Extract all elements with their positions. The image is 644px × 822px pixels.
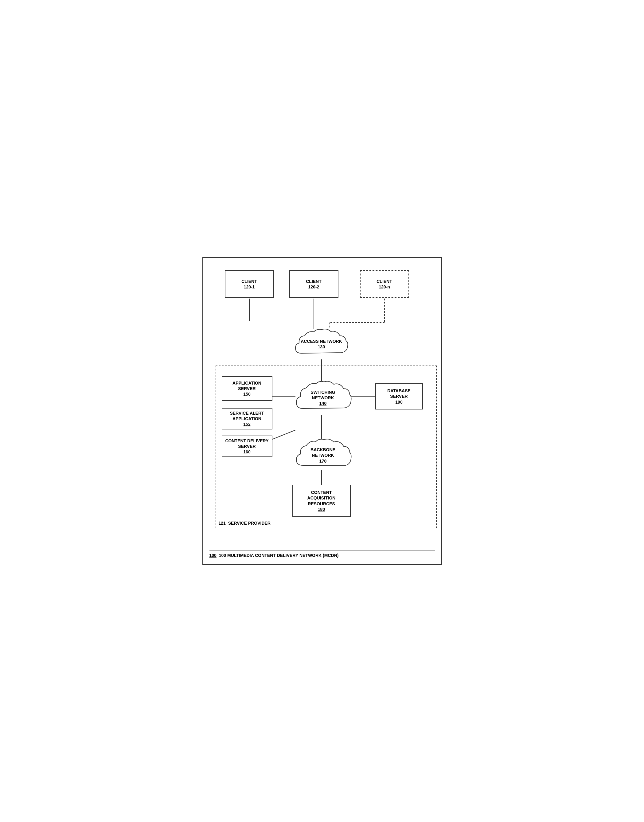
access-network-id: 130 <box>301 344 342 350</box>
access-network-cloud: ACCESS NETWORK 130 <box>292 327 351 361</box>
sp-id: 121 <box>219 521 226 526</box>
switching-network-text: SWITCHINGNETWORK 140 <box>310 390 335 406</box>
client2-id: 120-2 <box>308 284 319 290</box>
client-2-box: CLIENT 120-2 <box>289 270 339 298</box>
database-server-box: DATABASESERVER 190 <box>375 383 423 409</box>
clientN-label: CLIENT <box>377 279 392 284</box>
switching-network-id: 140 <box>310 400 335 406</box>
app-server-id: 150 <box>243 391 250 397</box>
access-network-text: ACCESS NETWORK 130 <box>301 339 342 350</box>
service-alert-box: SERVICE ALERTAPPLICATION 152 <box>222 408 272 429</box>
backbone-network-cloud: BACKBONENETWORK 170 <box>294 438 352 473</box>
app-server-label: APPLICATIONSERVER <box>233 380 261 391</box>
sp-label: SERVICE PROVIDER <box>228 521 271 526</box>
client1-label: CLIENT <box>241 279 257 284</box>
database-server-id: 190 <box>395 399 402 405</box>
backbone-network-label: BACKBONENETWORK <box>310 447 335 458</box>
content-delivery-id: 160 <box>243 449 250 455</box>
content-delivery-label: CONTENT DELIVERYSERVER <box>225 438 268 449</box>
client2-label: CLIENT <box>306 279 322 284</box>
service-alert-id: 152 <box>243 422 250 427</box>
diagram-title-text: 100 MULTIMEDIA CONTENT DELIVERY NETWORK … <box>219 553 339 558</box>
diagram-outer: CLIENT 120-1 CLIENT 120-2 CLIENT 120-n A… <box>202 257 442 565</box>
service-alert-label: SERVICE ALERTAPPLICATION <box>230 410 264 422</box>
content-acquisition-box: CONTENTACQUISITIONRESOURCES 180 <box>292 485 351 517</box>
switching-network-label: SWITCHINGNETWORK <box>310 390 335 400</box>
clientN-id: 120-n <box>379 284 390 290</box>
database-server-label: DATABASESERVER <box>387 388 411 399</box>
backbone-network-id: 170 <box>310 458 335 464</box>
client-n-box: CLIENT 120-n <box>360 270 409 298</box>
diagram-inner: CLIENT 120-1 CLIENT 120-2 CLIENT 120-n A… <box>209 264 435 547</box>
client1-id: 120-1 <box>244 284 255 290</box>
backbone-network-text: BACKBONENETWORK 170 <box>310 447 335 464</box>
switching-network-cloud: SWITCHINGNETWORK 140 <box>294 379 352 416</box>
app-server-box: APPLICATIONSERVER 150 <box>222 376 272 401</box>
access-network-label: ACCESS NETWORK <box>301 339 342 344</box>
content-acquisition-label: CONTENTACQUISITIONRESOURCES <box>307 490 336 506</box>
diagram-title: 100 100 MULTIMEDIA CONTENT DELIVERY NETW… <box>209 550 435 558</box>
client-1-box: CLIENT 120-1 <box>225 270 274 298</box>
content-acquisition-id: 180 <box>318 506 325 512</box>
diagram-title-id: 100 <box>209 553 216 558</box>
service-provider-label: 121 SERVICE PROVIDER <box>219 521 271 526</box>
content-delivery-box: CONTENT DELIVERYSERVER 160 <box>222 436 272 457</box>
